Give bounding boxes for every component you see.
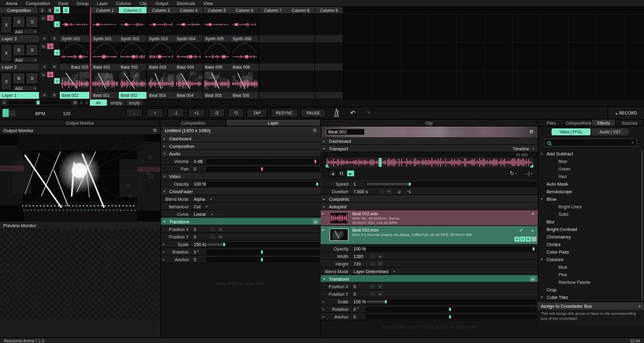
crossfader-empty-button-1[interactable]: empty bbox=[108, 99, 125, 106]
param-value[interactable]: 0 dB bbox=[194, 157, 203, 165]
param-slider[interactable] bbox=[206, 159, 319, 164]
layer-preview-label-layer-3[interactable]: Synth 001 bbox=[60, 35, 89, 42]
column-header-9[interactable]: Column 9 bbox=[315, 7, 343, 13]
layer-name-layer-3[interactable]: Layer 3 bbox=[0, 35, 39, 42]
param-value[interactable]: 100 % bbox=[353, 298, 366, 305]
column-header-1[interactable]: Column 1 bbox=[91, 7, 119, 13]
bpm-button-[interactable]: + bbox=[147, 108, 164, 118]
effect-item-blow[interactable]: ▾Blow bbox=[538, 195, 643, 203]
effects-scrollbar[interactable] bbox=[641, 150, 643, 301]
undo-icon[interactable]: ↶ bbox=[348, 108, 357, 118]
param-value[interactable]: 0 bbox=[353, 283, 356, 290]
crossfader-slider[interactable] bbox=[8, 100, 71, 105]
section-row-dashboard[interactable]: ▸Dashboard bbox=[161, 135, 321, 142]
layer-preview-thumb-layer-2[interactable] bbox=[60, 42, 89, 64]
effect-item-chromakey[interactable]: ChromaKey bbox=[538, 233, 643, 240]
menu-item-output[interactable]: Output bbox=[155, 1, 169, 6]
param-value[interactable]: 7.500 s bbox=[353, 188, 368, 195]
close-icon[interactable]: × bbox=[638, 304, 641, 308]
bpm-button-1[interactable]: -1 bbox=[167, 108, 184, 118]
param-slider[interactable] bbox=[206, 250, 319, 254]
tab-composition[interactable]: Composition bbox=[160, 120, 226, 127]
video-file-row[interactable]: ▾Beat 002.movDXV 3.1 Normal Quality, No … bbox=[321, 226, 538, 245]
layer-add-dropdown-layer-3[interactable]: Add▾ bbox=[13, 28, 38, 35]
clip-cell-layer-2-col5[interactable]: Bass 005 bbox=[203, 42, 231, 70]
bpm-button-2[interactable]: *2 bbox=[228, 108, 244, 118]
close-icon[interactable]: × bbox=[631, 139, 634, 146]
slider-handle[interactable] bbox=[261, 258, 263, 261]
master-level-icon[interactable] bbox=[3, 108, 16, 118]
clip-cell-layer-3-col4[interactable]: Synth 004 bbox=[175, 14, 203, 42]
toggle-video-ffgl[interactable]: Video | FFGL bbox=[552, 128, 591, 135]
effect-item-colorize[interactable]: ▾Colorize bbox=[538, 256, 643, 263]
bpm-button-tap[interactable]: TAP bbox=[247, 108, 267, 118]
menu-item-arena[interactable]: Arena bbox=[6, 1, 18, 6]
layer-audio-button-layer-1[interactable]: A bbox=[47, 72, 53, 77]
duration-double-button[interactable]: *2 bbox=[405, 189, 413, 194]
layer-bus-a-button-layer-3[interactable]: A bbox=[41, 35, 48, 42]
effect-item-auto-mask[interactable]: Auto Mask bbox=[538, 180, 643, 188]
transform-header-row[interactable]: ▾TransformR bbox=[321, 275, 538, 283]
record-button[interactable]: ●RECORD bbox=[608, 107, 644, 119]
play-reverse-button[interactable]: ◀ bbox=[329, 170, 336, 177]
effect-preset-blow-bright-lines[interactable]: Bright Lines bbox=[538, 203, 643, 210]
stepper-minus-button[interactable]: - bbox=[370, 284, 375, 289]
crossfader-option-button-2[interactable]: ▭ bbox=[84, 99, 89, 106]
layer-bypass-button-layer-3[interactable]: B bbox=[13, 16, 25, 28]
param-slider[interactable] bbox=[366, 182, 536, 186]
param-value[interactable]: 0 ° bbox=[194, 248, 199, 256]
pause-button[interactable] bbox=[338, 170, 345, 177]
param-value[interactable]: 1280 bbox=[353, 252, 364, 260]
stepper-plus-button[interactable]: + bbox=[377, 291, 383, 296]
layer-bypass-button-layer-2[interactable]: B bbox=[13, 44, 25, 56]
param-slider[interactable] bbox=[206, 257, 319, 262]
stepper-minus-button[interactable]: - bbox=[210, 227, 216, 232]
effect-item-crop[interactable]: Crop bbox=[538, 286, 643, 293]
channel-a-button[interactable] bbox=[531, 237, 536, 242]
tab-effects[interactable]: Effects bbox=[592, 120, 616, 127]
layer-audio-button-layer-3[interactable]: A bbox=[47, 15, 53, 21]
layer-name-layer-1[interactable]: Layer 1 bbox=[0, 92, 39, 99]
crossfader-empty-button-2[interactable]: empty bbox=[126, 99, 143, 106]
reset-button[interactable]: R bbox=[313, 219, 319, 225]
section-row-video[interactable]: ▾Video bbox=[161, 172, 321, 180]
clip-cell-layer-3-col2[interactable]: Synth 002 bbox=[119, 14, 147, 42]
clip-cell-layer-2-col4[interactable]: Bass 004 bbox=[175, 42, 203, 70]
clip-cell-layer-3-col3[interactable]: Synth 003 bbox=[147, 14, 175, 42]
param-value[interactable]: 0 bbox=[194, 256, 196, 263]
layer-close-button-layer-3[interactable]: X bbox=[1, 16, 12, 33]
slider-handle[interactable] bbox=[449, 315, 451, 318]
slider-handle[interactable] bbox=[385, 300, 387, 303]
clip-cell-layer-1-col8[interactable] bbox=[287, 70, 314, 99]
param-value[interactable]: 100 % bbox=[353, 245, 366, 252]
loop-mode-button[interactable]: ↻▾ bbox=[507, 170, 519, 177]
effect-preset-add-subtract-green[interactable]: Green bbox=[538, 165, 643, 172]
clip-cell-layer-3-col9[interactable] bbox=[315, 14, 343, 42]
menu-item-clip[interactable]: Clip bbox=[140, 1, 147, 6]
stepper-plus-button[interactable]: + bbox=[377, 261, 383, 266]
toggle-audio-vst[interactable]: Audio | VST bbox=[592, 128, 628, 135]
menu-item-column[interactable]: Column bbox=[116, 1, 131, 6]
clip-cell-layer-2-col6[interactable]: Bass 006 bbox=[231, 42, 258, 70]
stepper-plus-button[interactable]: + bbox=[377, 284, 383, 289]
clip-cell-layer-3-col6[interactable]: Synth 006 bbox=[231, 14, 258, 42]
layer-bus-a-button-layer-2[interactable]: A bbox=[41, 64, 48, 70]
clip-cell-layer-1-col9[interactable] bbox=[315, 70, 343, 99]
clip-cell-layer-2-col2[interactable]: Bass 002 bbox=[119, 42, 147, 70]
clip-cell-layer-3-col1[interactable]: Synth 001 bbox=[91, 14, 119, 42]
menu-item-view[interactable]: View bbox=[203, 1, 213, 6]
param-value[interactable]: 0 bbox=[353, 313, 356, 320]
column-header-5[interactable]: Column 5 bbox=[203, 7, 231, 13]
bpm-value[interactable]: 120 bbox=[63, 110, 88, 117]
clip-cell-layer-1-col5[interactable]: Beat 005 bbox=[203, 70, 231, 99]
slider-handle[interactable] bbox=[223, 243, 225, 246]
effect-item-bendoscope[interactable]: Bendoscope bbox=[538, 188, 643, 195]
param-slider[interactable] bbox=[206, 242, 319, 247]
param-value[interactable]: 100 % bbox=[194, 180, 206, 188]
effect-preset-colorize-blue[interactable]: Blue bbox=[538, 263, 643, 271]
close-icon[interactable]: × bbox=[532, 211, 535, 216]
layer-preview-label-layer-2[interactable]: Bass 003 bbox=[60, 64, 89, 70]
expand-icon[interactable]: ↗ bbox=[519, 228, 523, 233]
stepper-minus-button[interactable]: - bbox=[379, 189, 384, 194]
effect-preset-colorize-pink[interactable]: Pink bbox=[538, 271, 643, 278]
